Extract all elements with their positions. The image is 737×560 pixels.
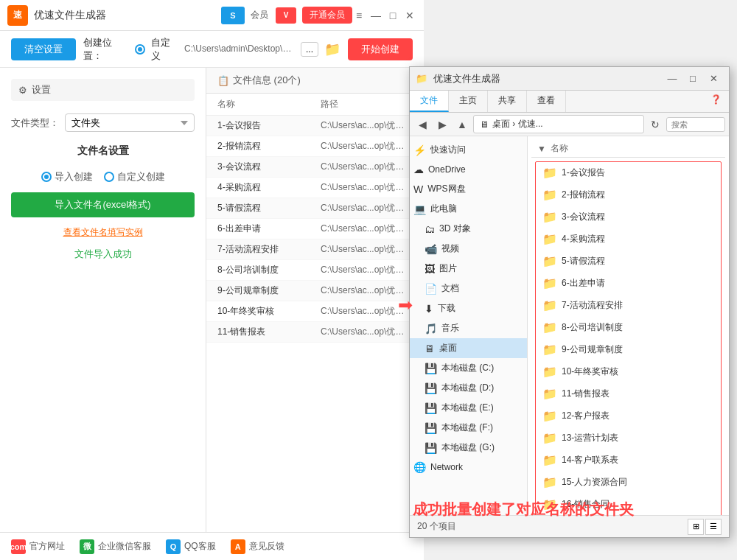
list-item[interactable]: 📁8-公司培训制度 xyxy=(536,317,721,338)
ribbon-tab-文件[interactable]: 文件 xyxy=(410,91,449,112)
account-icon: S xyxy=(221,7,245,24)
forward-button[interactable]: ▶ xyxy=(433,116,451,133)
table-row[interactable]: 5-请假流程C:\Users\ac...op\优速文件... xyxy=(206,198,424,219)
list-item[interactable]: 📁11-销售报表 xyxy=(536,383,721,405)
file-name: 4-采购流程 xyxy=(217,181,321,194)
import-radio[interactable]: 导入创建 xyxy=(41,170,93,183)
table-row[interactable]: 9-公司规章制度C:\Users\ac...op\优速文件... xyxy=(206,281,424,301)
explorer-minimize-btn[interactable]: — xyxy=(663,70,682,88)
up-button[interactable]: ▲ xyxy=(453,116,471,133)
vip-button[interactable]: 开通会员 xyxy=(302,7,352,24)
table-row[interactable]: 7-活动流程安排C:\Users\ac...op\优速文件... xyxy=(206,239,424,260)
folder-icon: 📁 xyxy=(542,475,557,489)
list-view-btn[interactable]: ☰ xyxy=(705,519,722,535)
list-item[interactable]: 📁2-报销流程 xyxy=(536,184,721,206)
sidebar-label: 图片 xyxy=(439,262,457,275)
sidebar-item-文档[interactable]: 📄文档 xyxy=(410,279,527,298)
sidebar-item-此电脑[interactable]: 💻此电脑 xyxy=(410,199,527,219)
file-name: 7-活动流程安排 xyxy=(217,243,321,256)
ribbon-tab-共享[interactable]: 共享 xyxy=(488,91,527,112)
search-input[interactable] xyxy=(666,117,725,132)
bottom-item-企业微信客服[interactable]: 微企业微信客服 xyxy=(80,539,151,554)
close-btn[interactable]: ✕ xyxy=(403,9,416,22)
table-row[interactable]: 11-销售报表C:\Users\ac...op\优速文件... xyxy=(206,322,424,343)
list-item[interactable]: 📁13-运营计划表 xyxy=(536,427,721,449)
folder-icon[interactable]: 📁 xyxy=(324,41,340,57)
sidebar-item-WPS网盘[interactable]: WWPS网盘 xyxy=(410,179,527,199)
sidebar-item-OneDrive[interactable]: ☁OneDrive xyxy=(410,160,527,179)
refresh-button[interactable]: ↻ xyxy=(646,116,664,133)
table-row[interactable]: 2-报销流程C:\Users\ac...op\优速文件... xyxy=(206,136,424,157)
sidebar-item-视频[interactable]: 📹视频 xyxy=(410,239,527,259)
bottom-item-意见反馈[interactable]: A意见反馈 xyxy=(231,539,284,554)
version-icon[interactable]: ❓ xyxy=(703,91,729,112)
file-type-select[interactable]: 文件夹 文件 xyxy=(65,113,195,132)
list-item[interactable]: 📁14-客户联系表 xyxy=(536,449,721,471)
table-row[interactable]: 1-会议报告C:\Users\ac...op\优速文件... xyxy=(206,116,424,136)
sidebar-item-图片[interactable]: 🖼图片 xyxy=(410,259,527,279)
folder-icon: 📁 xyxy=(542,210,557,224)
explorer-maximize-btn[interactable]: □ xyxy=(683,70,702,88)
list-item[interactable]: 📁10-年终奖审核 xyxy=(536,361,721,382)
list-item[interactable]: 📁1-会议报告 xyxy=(536,162,721,183)
list-item[interactable]: 📁3-会议流程 xyxy=(536,206,721,228)
path-dots-button[interactable]: ... xyxy=(301,42,318,57)
bottom-item-官方网址[interactable]: com官方网址 xyxy=(11,539,65,554)
sidebar-item-本地磁盘(D:)[interactable]: 💾本地磁盘 (D:) xyxy=(410,378,527,398)
file-col-header: ▼ 名称 xyxy=(531,140,725,158)
sidebar-item-3D对象[interactable]: 🗂3D 对象 xyxy=(410,219,527,239)
sidebar-item-本地磁盘(E:)[interactable]: 💾本地磁盘 (E:) xyxy=(410,398,527,418)
list-item[interactable]: 📁12-客户报表 xyxy=(536,405,721,427)
sidebar-item-桌面[interactable]: 🖥桌面 xyxy=(410,338,527,358)
nav-icon: 🖥 xyxy=(480,119,489,130)
list-item[interactable]: 📁7-活动流程安排 xyxy=(536,295,721,316)
table-row[interactable]: 8-公司培训制度C:\Users\ac...op\优速文件... xyxy=(206,260,424,281)
back-button[interactable]: ◀ xyxy=(413,116,431,133)
example-link[interactable]: 查看文件名填写实例 xyxy=(11,226,195,239)
table-row[interactable]: 6-出差申请C:\Users\ac...op\优速文件... xyxy=(206,219,424,239)
file-path: C:\Users\ac...op\优速文件... xyxy=(321,243,413,256)
bottom-item-QQ客服[interactable]: QQQ客服 xyxy=(166,539,216,554)
sidebar-item-本地磁盘(C:)[interactable]: 💾本地磁盘 (C:) xyxy=(410,358,527,378)
start-button[interactable]: 开始创建 xyxy=(348,38,413,60)
grid-view-btn[interactable]: ⊞ xyxy=(688,519,704,535)
table-row[interactable]: 4-采购流程C:\Users\ac...op\优速文件... xyxy=(206,178,424,198)
file-name: 2-报销流程 xyxy=(217,140,321,153)
maximize-btn[interactable]: — xyxy=(369,9,383,22)
sidebar-item-本地磁盘(F:)[interactable]: 💾本地磁盘 (F:) xyxy=(410,418,527,438)
import-button[interactable]: 导入文件名(excel格式) xyxy=(11,192,195,217)
sidebar-label: 本地磁盘 (G:) xyxy=(441,441,495,454)
table-row[interactable]: 10-年终奖审核C:\Users\ac...op\优速文件... xyxy=(206,301,424,322)
minimize-btn[interactable]: ≡ xyxy=(352,9,366,22)
nav-path[interactable]: 🖥 桌面 › 优速... xyxy=(473,115,644,133)
sidebar-icon: 🖼 xyxy=(425,263,435,275)
clear-button[interactable]: 清空设置 xyxy=(11,38,76,60)
table-row[interactable]: 3-会议流程C:\Users\ac...op\优速文件... xyxy=(206,157,424,178)
custom-radio[interactable] xyxy=(135,44,145,55)
sidebar-icon: ⚡ xyxy=(413,144,426,156)
explorer-close-btn[interactable]: ✕ xyxy=(704,70,723,88)
col-path-header: 路径 xyxy=(321,98,413,111)
ribbon-tab-主页[interactable]: 主页 xyxy=(449,91,488,112)
bottom-icon: 微 xyxy=(80,539,94,554)
ribbon-tab-查看[interactable]: 查看 xyxy=(527,91,566,112)
restore-btn[interactable]: □ xyxy=(386,9,399,22)
custom-radio-item[interactable]: 自定义创建 xyxy=(104,170,165,183)
success-overlay-text: 成功批量创建了对应名称的文件夹 xyxy=(413,500,634,519)
sidebar-item-音乐[interactable]: 🎵音乐 xyxy=(410,318,527,338)
sidebar-item-Network[interactable]: 🌐Network xyxy=(410,458,527,477)
file-name: 15-人力资源合同 xyxy=(562,476,627,489)
arrow-overlay: ➡ xyxy=(398,295,413,315)
bottom-label: 官方网址 xyxy=(29,540,65,553)
sidebar-label: 本地磁盘 (D:) xyxy=(441,382,494,394)
sidebar-item-快速访问[interactable]: ⚡快速访问 xyxy=(410,140,527,160)
list-item[interactable]: 📁15-人力资源合同 xyxy=(536,472,721,493)
list-item[interactable]: 📁9-公司规章制度 xyxy=(536,339,721,360)
sidebar-item-下载[interactable]: ⬇下载 xyxy=(410,298,527,318)
list-item[interactable]: 📁4-采购流程 xyxy=(536,228,721,250)
folder-title-icon: 📁 xyxy=(416,73,427,84)
sidebar-item-本地磁盘(G:)[interactable]: 💾本地磁盘 (G:) xyxy=(410,438,527,458)
list-item[interactable]: 📁5-请假流程 xyxy=(536,251,721,272)
list-item[interactable]: 📁6-出差申请 xyxy=(536,273,721,294)
folder-icon: 📁 xyxy=(542,166,557,180)
